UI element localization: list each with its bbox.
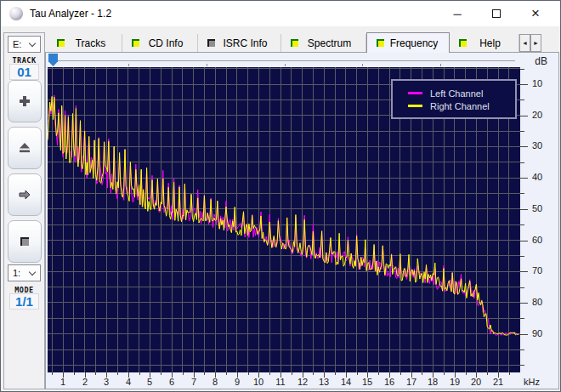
y-tick-label: 80 — [532, 297, 551, 307]
maximize-button[interactable] — [477, 1, 516, 26]
x-tick-label: 15 — [362, 377, 372, 387]
legend-label: Right Channel — [430, 101, 490, 111]
x-tick-label: 17 — [406, 377, 416, 387]
x-tick — [150, 372, 150, 378]
y-tick — [520, 349, 524, 350]
eject-button[interactable] — [8, 127, 42, 169]
tab-status-icon — [291, 39, 298, 47]
stop-button[interactable] — [8, 220, 42, 263]
tab-label: ISRC Info — [215, 37, 275, 49]
tab-status-icon — [459, 39, 467, 47]
y-tick-label: 50 — [532, 203, 551, 213]
tab-frequency[interactable]: Frequency — [366, 32, 450, 53]
chevron-down-icon — [29, 39, 36, 46]
y-tick-label: 30 — [532, 140, 551, 151]
eject-icon — [18, 141, 31, 155]
y-tick — [520, 116, 528, 116]
tab-label: CD Info — [139, 37, 192, 49]
tab-label: Spectrum — [298, 37, 360, 49]
app-icon — [9, 7, 23, 20]
tab-isrc-info[interactable]: ISRC Info — [198, 34, 281, 52]
tab-scroll-right-button[interactable]: ► — [530, 34, 541, 52]
right-arrow-icon — [18, 188, 31, 202]
x-tick-label: 5 — [147, 377, 152, 387]
y-tick-label: 90 — [532, 328, 551, 338]
x-tick — [269, 372, 270, 375]
x-tick — [422, 372, 422, 375]
x-tick — [95, 372, 96, 375]
mode-select[interactable]: 1: — [8, 264, 41, 281]
play-button[interactable] — [8, 173, 42, 216]
slider-tick — [128, 64, 129, 66]
right-channel-swatch — [408, 105, 422, 107]
x-tick — [466, 372, 467, 375]
y-tick — [520, 162, 524, 163]
x-tick-label: 13 — [319, 377, 329, 387]
tab-label: Frequency — [384, 37, 444, 49]
tab-label: Tracks — [65, 37, 116, 49]
x-tick — [248, 372, 249, 375]
right-channel-trace — [48, 96, 518, 335]
x-tick-label: 2 — [82, 377, 88, 387]
add-button[interactable] — [8, 80, 42, 122]
legend-item-left-channel: Left Channel — [393, 87, 515, 99]
x-tick — [237, 372, 238, 378]
x-tick — [106, 372, 107, 378]
tab-status-icon — [132, 39, 139, 47]
position-slider[interactable] — [48, 54, 517, 66]
x-tick — [292, 372, 292, 375]
x-tick — [280, 372, 281, 378]
minimize-button[interactable]: ─ — [438, 1, 477, 26]
x-tick-label: 4 — [126, 377, 131, 387]
tab-label: Help — [467, 37, 513, 49]
tab-scroll-left-button[interactable]: ◄ — [519, 34, 530, 52]
y-tick — [520, 271, 528, 272]
slider-tick — [285, 64, 286, 66]
x-tick-label: 6 — [169, 377, 174, 387]
x-tick — [204, 372, 205, 375]
drive-select-value: E: — [13, 39, 21, 49]
y-tick — [520, 334, 528, 335]
sidebar: E: TRACK 01 1: — [3, 32, 45, 389]
tab-help[interactable]: Help — [450, 34, 519, 52]
x-tick — [455, 372, 456, 378]
tab-cd-info[interactable]: CD Info — [122, 34, 198, 52]
x-tick — [128, 372, 129, 378]
x-tick-label: 12 — [298, 377, 308, 387]
x-tick-label: 10 — [253, 377, 264, 387]
y-tick — [520, 303, 528, 304]
slider-tick — [362, 64, 363, 66]
x-tick — [498, 372, 499, 378]
tab-spectrum[interactable]: Spectrum — [281, 34, 366, 52]
y-tick — [520, 193, 524, 194]
x-tick — [509, 372, 510, 375]
slider-track[interactable] — [48, 60, 515, 61]
x-tick — [215, 372, 216, 378]
tab-tracks[interactable]: Tracks — [48, 34, 122, 52]
y-tick — [520, 318, 524, 319]
x-tick-label: 7 — [191, 377, 196, 387]
slider-thumb[interactable] — [48, 54, 58, 66]
x-tick-label: 9 — [235, 377, 240, 387]
title-bar: Tau Analyzer - 1.2 ─ × — [1, 1, 560, 26]
chevron-down-icon — [29, 268, 36, 275]
y-axis-unit-label: dB — [527, 55, 547, 67]
y-tick — [520, 99, 524, 100]
chart-panel: 1020304050607080901234567891011121314151… — [45, 52, 559, 389]
slider-tick — [440, 64, 441, 66]
y-tick — [520, 256, 524, 257]
y-tick — [520, 131, 524, 132]
close-button[interactable]: × — [516, 1, 555, 26]
x-tick — [117, 372, 118, 375]
drive-select[interactable]: E: — [8, 36, 41, 53]
x-tick — [313, 372, 314, 375]
x-tick-label: 20 — [471, 377, 481, 387]
x-tick — [52, 372, 53, 375]
legend-item-right-channel: Right Channel — [393, 99, 515, 112]
x-tick — [487, 372, 488, 375]
x-tick — [85, 372, 86, 378]
slider-tick — [207, 64, 207, 66]
x-tick-label: 8 — [212, 377, 218, 387]
y-tick-label: 40 — [532, 172, 551, 182]
x-tick-label: 3 — [104, 377, 109, 387]
